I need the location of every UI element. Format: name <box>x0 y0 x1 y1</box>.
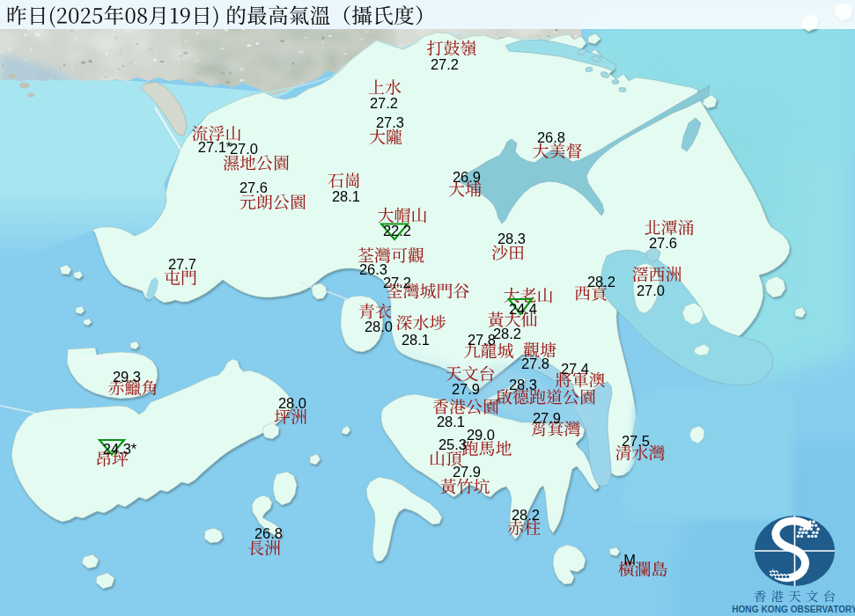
svg-text:27.6: 27.6 <box>649 235 677 251</box>
svg-text:22.2: 22.2 <box>383 223 411 238</box>
svg-text:27.2: 27.2 <box>383 275 411 290</box>
svg-text:27.2: 27.2 <box>370 95 398 111</box>
svg-text:28.2: 28.2 <box>493 326 521 341</box>
svg-text:27.2: 27.2 <box>431 56 459 72</box>
svg-text:27.4: 27.4 <box>561 361 589 377</box>
svg-text:27.6: 27.6 <box>240 180 268 195</box>
svg-text:28.2: 28.2 <box>512 507 540 523</box>
svg-text:27.5: 27.5 <box>622 433 650 449</box>
svg-text:28.1: 28.1 <box>437 414 465 429</box>
svg-text:28.1: 28.1 <box>402 332 430 348</box>
svg-text:27.3: 27.3 <box>376 114 404 130</box>
svg-text:27.0: 27.0 <box>637 282 665 298</box>
svg-text:27.0: 27.0 <box>230 141 258 157</box>
svg-text:27.1*: 27.1* <box>198 139 232 155</box>
svg-text:28.3: 28.3 <box>498 231 526 246</box>
svg-text:24.3*: 24.3* <box>103 441 137 457</box>
svg-text:27.8: 27.8 <box>468 332 496 348</box>
svg-text:28.3: 28.3 <box>509 377 537 392</box>
svg-text:29.0: 29.0 <box>467 427 495 443</box>
svg-text:27.7: 27.7 <box>168 256 196 272</box>
svg-text:24.4: 24.4 <box>509 301 537 317</box>
svg-text:25.3: 25.3 <box>439 436 467 452</box>
svg-text:28.0: 28.0 <box>278 395 306 411</box>
svg-text:27.9: 27.9 <box>533 410 561 426</box>
svg-text:27.8: 27.8 <box>521 356 549 371</box>
svg-text:28.0: 28.0 <box>365 319 393 334</box>
svg-text:27.9: 27.9 <box>452 381 480 397</box>
svg-text:26.8: 26.8 <box>537 129 565 145</box>
svg-text:28.1: 28.1 <box>332 188 360 204</box>
svg-text:M: M <box>623 552 636 568</box>
svg-text:HONG KONG OBSERVATORY: HONG KONG OBSERVATORY <box>732 605 855 614</box>
svg-text:27.9: 27.9 <box>453 464 481 480</box>
svg-text:28.2: 28.2 <box>587 274 615 290</box>
svg-text:29.3: 29.3 <box>113 369 141 385</box>
svg-text:26.9: 26.9 <box>453 169 481 185</box>
svg-text:26.8: 26.8 <box>254 525 283 541</box>
